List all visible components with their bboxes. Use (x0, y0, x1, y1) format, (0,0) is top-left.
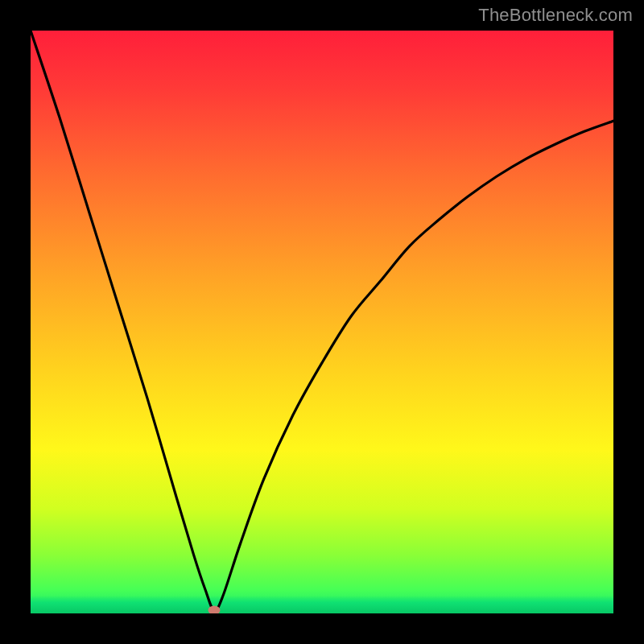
optimal-point-marker (208, 606, 221, 613)
plot-area (31, 31, 613, 613)
bottleneck-curve (31, 31, 613, 613)
chart-frame: TheBottleneck.com (0, 0, 644, 644)
watermark-text: TheBottleneck.com (478, 5, 633, 26)
